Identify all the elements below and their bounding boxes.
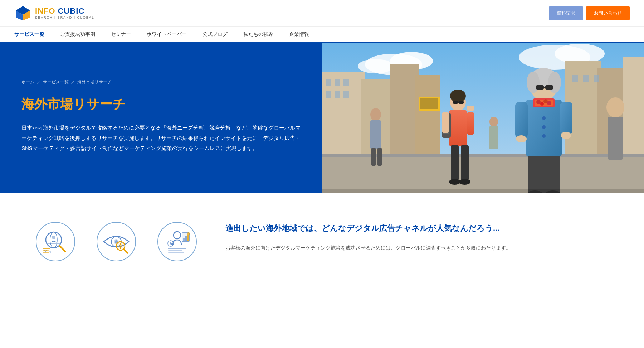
svg-point-49 <box>548 72 561 93</box>
breadcrumb: ホーム ／ サービス一覧 ／ 海外市場リサーチ <box>21 79 301 85</box>
svg-rect-63 <box>515 102 528 138</box>
section-desc: お客様の海外に向けたデジタルマーケティング施策を成功させるためには、グローバルに… <box>225 243 601 253</box>
breadcrumb-sep1: ／ <box>36 79 41 85</box>
svg-point-66 <box>561 132 571 139</box>
svg-rect-35 <box>442 112 449 133</box>
svg-rect-64 <box>560 102 572 134</box>
svg-point-60 <box>542 116 546 120</box>
svg-rect-88 <box>43 248 50 249</box>
svg-rect-18 <box>335 79 340 86</box>
svg-rect-90 <box>43 252 49 253</box>
header-buttons: 資料請求 お問い合わせ <box>549 6 630 20</box>
logo-main: INFO CUBIC <box>35 7 94 15</box>
icon-item-1: ? ? <box>36 222 75 261</box>
svg-rect-67 <box>528 156 560 193</box>
icons-section: ? ? <box>14 222 197 261</box>
svg-point-39 <box>449 179 460 185</box>
analytics-icon: A <box>163 227 191 256</box>
logo-sub: SEARCH | BRAND | GLOBAL <box>35 16 94 19</box>
svg-rect-27 <box>322 154 644 157</box>
nav-item-whitepaper[interactable]: ホワイトペーパー <box>139 27 195 43</box>
breadcrumb-services[interactable]: サービス一覧 <box>43 79 69 85</box>
svg-point-101 <box>174 232 181 239</box>
svg-point-84 <box>52 236 55 239</box>
nav-item-seminar[interactable]: セミナー <box>103 27 139 43</box>
icon-circle-1: ? ? <box>36 222 75 261</box>
svg-rect-38 <box>461 145 469 181</box>
svg-line-95 <box>124 249 128 253</box>
nav-item-strength[interactable]: 私たちの強み <box>235 27 281 43</box>
svg-rect-43 <box>459 101 464 104</box>
svg-rect-20 <box>326 91 331 98</box>
svg-text:A: A <box>170 242 172 246</box>
svg-rect-26 <box>322 154 644 193</box>
svg-rect-24 <box>583 75 589 82</box>
svg-rect-78 <box>322 189 644 193</box>
svg-rect-73 <box>377 148 382 166</box>
svg-rect-22 <box>343 91 349 98</box>
research-icon: ? ? <box>41 227 70 256</box>
logo-cube-icon <box>14 5 31 22</box>
text-section: 進出したい海外地域では、どんなデジタル広告チャネルが人気なんだろう... お客様… <box>225 222 630 253</box>
svg-point-62 <box>542 134 546 138</box>
hero-section: ホーム ／ サービス一覧 ／ 海外市場リサーチ 海外市場リサーチ 日本から海外市… <box>0 43 644 193</box>
svg-rect-36 <box>467 112 474 135</box>
svg-rect-72 <box>371 148 376 166</box>
hero-title: 海外市場リサーチ <box>21 96 301 113</box>
header: INFO CUBIC SEARCH | BRAND | GLOBAL 資料請求 … <box>0 0 644 27</box>
svg-point-70 <box>370 108 381 121</box>
svg-rect-108 <box>168 250 182 251</box>
svg-point-58 <box>540 102 544 106</box>
icon-circle-3: A <box>157 222 197 261</box>
svg-rect-107 <box>168 248 186 249</box>
nav-item-blog[interactable]: 公式ブログ <box>195 27 235 43</box>
svg-point-61 <box>542 125 546 129</box>
icon-item-2 <box>97 222 136 261</box>
breadcrumb-current: 海外市場リサーチ <box>77 79 112 85</box>
svg-point-48 <box>527 72 540 93</box>
svg-rect-109 <box>168 252 184 253</box>
svg-line-85 <box>60 246 65 252</box>
nav-item-services[interactable]: サービス一覧 <box>14 27 52 43</box>
hero-content: ホーム ／ サービス一覧 ／ 海外市場リサーチ 海外市場リサーチ 日本から海外市… <box>0 43 322 193</box>
svg-rect-23 <box>572 75 578 82</box>
hero-description: 日本から海外市場をデジタルで攻略するために必要となる「海外ニーズ分析、競合分析」… <box>21 123 301 154</box>
breadcrumb-home[interactable]: ホーム <box>21 79 34 85</box>
hero-image <box>322 43 644 193</box>
below-hero-section: ? ? <box>0 193 644 283</box>
svg-point-9 <box>555 44 605 64</box>
svg-rect-45 <box>467 106 474 111</box>
icon-circle-2 <box>97 222 136 261</box>
svg-rect-19 <box>343 79 349 86</box>
contact-button[interactable]: お問い合わせ <box>586 6 630 20</box>
svg-rect-75 <box>489 126 498 149</box>
svg-rect-50 <box>536 85 544 90</box>
svg-point-65 <box>516 135 527 142</box>
nav-item-cases[interactable]: ご支援成功事例 <box>52 27 103 43</box>
svg-rect-103 <box>183 238 185 241</box>
svg-rect-32 <box>449 110 467 146</box>
svg-rect-42 <box>453 101 458 104</box>
svg-rect-29 <box>420 98 438 109</box>
svg-point-41 <box>450 90 466 102</box>
svg-point-40 <box>459 179 470 185</box>
svg-rect-71 <box>370 120 381 149</box>
main-nav: サービス一覧 ご支援成功事例 セミナー ホワイトペーパー 公式ブログ 私たちの強… <box>0 27 644 43</box>
svg-rect-104 <box>185 236 187 241</box>
svg-point-7 <box>358 59 394 73</box>
request-button[interactable]: 資料請求 <box>549 6 583 20</box>
svg-point-76 <box>606 97 624 117</box>
svg-point-59 <box>547 101 551 105</box>
svg-rect-89 <box>43 250 49 251</box>
section-heading: 進出したい海外地域では、どんなデジタル広告チャネルが人気なんだろう... <box>225 222 601 235</box>
svg-rect-25 <box>594 75 599 82</box>
logo-text: INFO CUBIC SEARCH | BRAND | GLOBAL <box>35 7 94 19</box>
svg-point-106 <box>187 232 190 235</box>
breadcrumb-sep2: ／ <box>71 79 75 85</box>
svg-rect-77 <box>608 117 623 160</box>
svg-text:?: ? <box>44 248 47 254</box>
nav-item-company[interactable]: 企業情報 <box>281 27 317 43</box>
hero-scene-svg <box>322 43 644 193</box>
logo-area: INFO CUBIC SEARCH | BRAND | GLOBAL <box>14 5 94 22</box>
icon-item-3: A <box>157 222 197 261</box>
